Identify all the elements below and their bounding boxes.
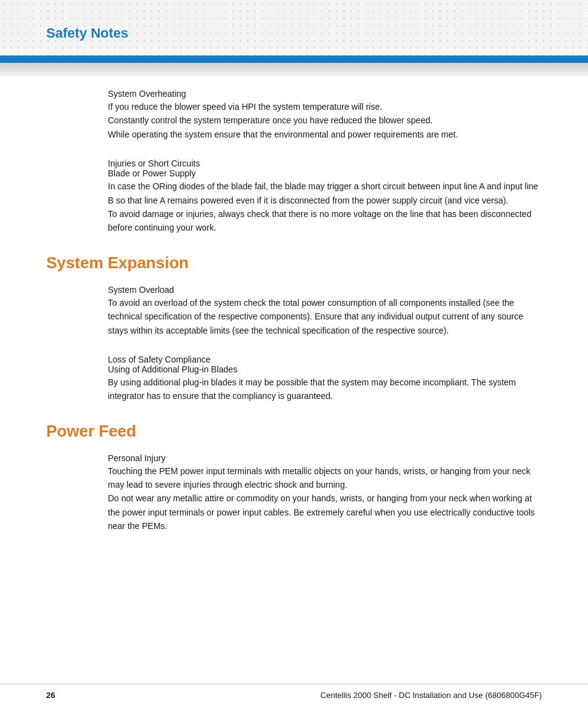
note-personal-injury-title: Personal Injury <box>108 453 542 463</box>
note-personal-injury-body: Touching the PEM power input terminals w… <box>108 464 542 533</box>
section-power-feed: Power Feed Personal Injury Touching the … <box>108 422 542 533</box>
note-system-overload-title: System Overload <box>108 285 542 295</box>
note-overheating-title: System Overheating <box>108 89 542 99</box>
note-loss-safety-body: By using additional plug-in blades it ma… <box>108 376 542 403</box>
blue-bar <box>0 55 588 63</box>
note-overheating-body: If you reduce the blower speed via HPI t… <box>108 100 542 141</box>
note-system-overload: System Overload To avoid an overload of … <box>108 285 542 337</box>
note-personal-injury: Personal Injury Touching the PEM power i… <box>108 453 542 533</box>
gray-bar <box>0 63 588 76</box>
page-wrapper: Safety Notes System Overheating If you r… <box>0 0 588 706</box>
section-system-expansion: System Expansion System Overload To avoi… <box>108 253 542 403</box>
section-safety-notes: System Overheating If you reduce the blo… <box>108 89 542 235</box>
header-pattern: Safety Notes <box>0 0 588 55</box>
note-loss-safety: Loss of Safety ComplianceUsing of Additi… <box>108 355 542 403</box>
note-system-overload-body: To avoid an overload of the system check… <box>108 296 542 337</box>
system-expansion-heading: System Expansion <box>46 253 542 273</box>
footer-document: Centellis 2000 Shelf - DC Installation a… <box>321 691 542 700</box>
note-injuries-body: In case the ORing diodes of the blade fa… <box>108 179 542 235</box>
footer-page-number: 26 <box>46 691 55 700</box>
note-injuries-title: Injuries or Short CircuitsBlade or Power… <box>108 158 542 178</box>
note-overheating: System Overheating If you reduce the blo… <box>108 89 542 141</box>
page-title: Safety Notes <box>46 25 128 41</box>
main-content: System Overheating If you reduce the blo… <box>0 76 588 577</box>
power-feed-heading: Power Feed <box>46 422 542 441</box>
footer: 26 Centellis 2000 Shelf - DC Installatio… <box>0 684 588 706</box>
note-injuries: Injuries or Short CircuitsBlade or Power… <box>108 158 542 235</box>
note-loss-safety-title: Loss of Safety ComplianceUsing of Additi… <box>108 355 542 374</box>
